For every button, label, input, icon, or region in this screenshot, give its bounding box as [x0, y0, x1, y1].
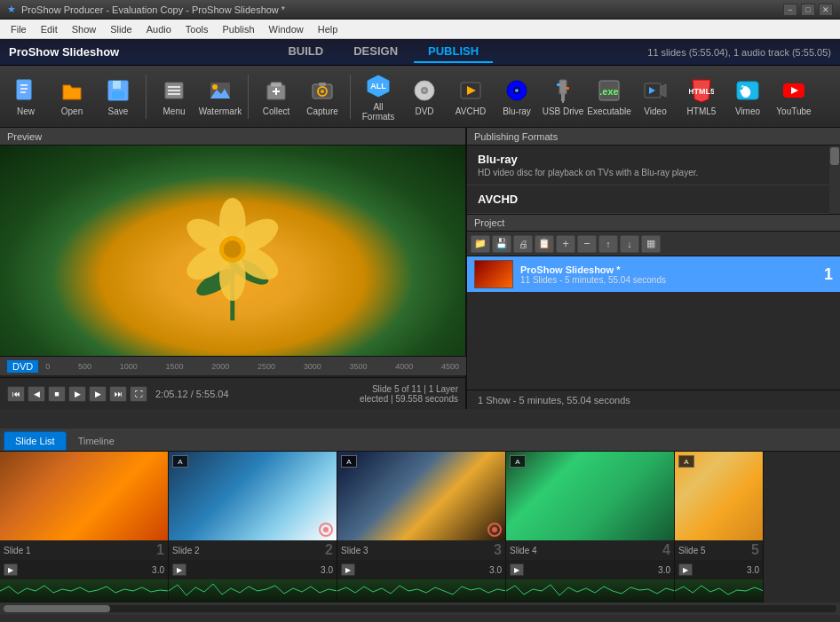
save-button[interactable]: Save [96, 69, 140, 124]
next-frame-button[interactable]: ▶ [89, 386, 107, 402]
slide-2-motion-icon [319, 523, 333, 537]
slide-2-thumb[interactable]: A [169, 452, 337, 540]
tab-design[interactable]: DESIGN [339, 41, 412, 63]
menu-button[interactable]: Menu [152, 69, 196, 124]
formats-scrollbar[interactable] [829, 146, 840, 214]
menu-window[interactable]: Window [262, 22, 311, 36]
bluray-button[interactable]: Blu-ray [495, 69, 539, 124]
proj-print2-btn[interactable]: 📋 [535, 235, 554, 253]
menu-help[interactable]: Help [311, 22, 345, 36]
skip-end-button[interactable]: ⏭ [109, 386, 127, 402]
proj-save-btn[interactable]: 💾 [492, 235, 511, 253]
menu-edit[interactable]: Edit [34, 22, 65, 36]
slide-5-thumb[interactable]: A [675, 452, 763, 540]
menu-file[interactable]: File [4, 22, 34, 36]
slide-2-play[interactable]: ▶ [172, 563, 186, 576]
open-button[interactable]: Open [50, 69, 94, 124]
youtube-button[interactable]: YouTube [772, 69, 816, 124]
format-bluray-name: Blu-ray [478, 153, 819, 166]
new-label: New [17, 106, 35, 116]
video-button[interactable]: Video [633, 69, 678, 124]
youtube-label: YouTube [776, 106, 811, 116]
bluray-label: Blu-ray [503, 106, 531, 116]
slide-1-play[interactable]: ▶ [4, 563, 18, 576]
dvd-button[interactable]: DVD [402, 69, 447, 124]
proj-down-btn[interactable]: ↓ [620, 235, 639, 253]
window-controls[interactable]: − □ ✕ [783, 4, 833, 16]
format-avchd[interactable]: AVCHD [467, 185, 829, 214]
avchd-label: AVCHD [456, 106, 486, 116]
stop-button[interactable]: ■ [48, 386, 66, 402]
proj-grid-btn[interactable]: ▦ [641, 235, 661, 253]
slide-3-thumb[interactable]: A [337, 452, 505, 540]
proj-up-btn[interactable]: ↑ [598, 235, 618, 253]
slide-2-number: 2 [325, 542, 333, 558]
executable-button[interactable]: .exe Executable [587, 69, 631, 124]
slide-2-label-bar: Slide 2 2 [169, 540, 337, 560]
minimize-button[interactable]: − [783, 4, 797, 16]
prev-frame-button[interactable]: ◀ [28, 386, 45, 402]
slide-strip: Slide 1 1 ▶ 3.0 A Slide 2 2 ▶ 3.0 28.279 [0, 452, 840, 602]
hscroll-track[interactable] [4, 605, 836, 612]
all-formats-button[interactable]: ALL All Formats [356, 69, 400, 124]
close-button[interactable]: ✕ [819, 4, 833, 16]
slide-cell-5: A Slide 5 5 ▶ 3.0 [675, 452, 764, 602]
svg-rect-35 [566, 87, 569, 90]
tab-build[interactable]: BUILD [273, 41, 337, 63]
slide-4-thumb[interactable]: A [506, 452, 674, 540]
avchd-button[interactable]: AVCHD [448, 69, 493, 124]
tab-publish[interactable]: PUBLISH [414, 41, 493, 63]
fullscreen-button[interactable]: ⛶ [130, 386, 147, 402]
slide-1-number: 1 [156, 542, 164, 558]
tab-slide-list[interactable]: Slide List [4, 431, 67, 451]
slide-3-play[interactable]: ▶ [341, 563, 355, 576]
maximize-button[interactable]: □ [801, 4, 815, 16]
menu-publish[interactable]: Publish [216, 22, 262, 36]
dvd-label: DVD [7, 360, 38, 373]
save-icon [104, 76, 132, 105]
proj-remove-btn[interactable]: − [577, 235, 597, 253]
slide-4-number: 4 [662, 542, 670, 558]
slide-5-play[interactable]: ▶ [678, 563, 693, 576]
slide-2-time: 3.0 [190, 565, 333, 575]
svg-point-26 [423, 89, 426, 92]
proj-add-btn[interactable]: + [556, 235, 575, 253]
svg-rect-0 [17, 80, 31, 99]
slide-1-audio [0, 579, 168, 602]
hscroll-thumb[interactable] [4, 605, 110, 612]
video-label: Video [644, 106, 666, 116]
dvd-ruler-bar: DVD 050010001500200025003000350040004500 [0, 356, 466, 375]
slide-4-play[interactable]: ▶ [510, 563, 524, 576]
horizontal-scrollbar[interactable] [0, 602, 840, 615]
slide-5-number: 5 [751, 542, 759, 558]
show-info: 1 Show - 5 minutes, 55.04 seconds [467, 390, 840, 409]
vimeo-button[interactable]: Vimeo [725, 69, 770, 124]
play-button[interactable]: ▶ [68, 386, 86, 402]
formats-scroll-thumb[interactable] [830, 147, 839, 165]
skip-start-button[interactable]: ⏮ [7, 386, 25, 402]
slide-position-info: Slide 5 of 11 | 1 Layer elected | 59.558… [360, 384, 458, 404]
project-item-1[interactable]: ProShow Slideshow * 11 Slides - 5 minute… [467, 256, 840, 292]
tab-timeline[interactable]: Timeline [67, 431, 126, 451]
slide-1-time: 3.0 [21, 565, 164, 575]
new-button[interactable]: New [4, 69, 48, 124]
slide-1-thumb[interactable] [0, 452, 168, 540]
menu-slide[interactable]: Slide [103, 22, 139, 36]
usb-drive-button[interactable]: USB Drive [541, 69, 585, 124]
slide-5-controls: ▶ 3.0 [675, 560, 763, 579]
dvd-label: DVD [415, 106, 433, 116]
watermark-button[interactable]: Watermark [198, 69, 242, 124]
svg-rect-33 [561, 94, 565, 101]
menu-show[interactable]: Show [65, 22, 104, 36]
proj-print-btn[interactable]: 🖨 [513, 235, 533, 253]
menu-audio[interactable]: Audio [139, 22, 178, 36]
format-bluray[interactable]: Blu-ray HD video disc for playback on TV… [467, 146, 829, 185]
collect-button[interactable]: Collect [254, 69, 298, 124]
proj-open-btn[interactable]: 📁 [471, 235, 490, 253]
capture-button[interactable]: Capture [300, 69, 345, 124]
slide-4-name: Slide 4 [510, 546, 537, 555]
html5-button[interactable]: HTML5 HTML5 [679, 69, 724, 124]
svg-rect-5 [113, 81, 121, 89]
menu-tools[interactable]: Tools [178, 22, 216, 36]
toolbar: New Open Save Menu Watermark Collect [0, 66, 840, 128]
